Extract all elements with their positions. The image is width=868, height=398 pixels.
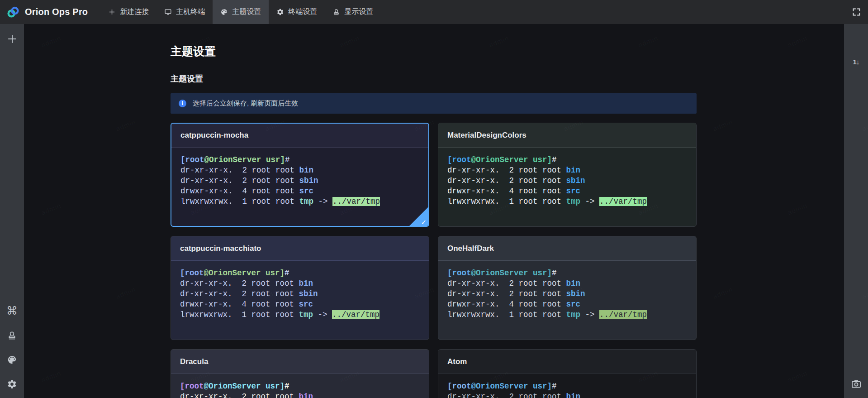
stamp-icon[interactable] [0,325,24,345]
terminal-line: dr-xr-xr-x. 2 root root bin [180,165,419,176]
code-icon[interactable] [844,27,868,48]
right-sidebar-bottom [844,374,868,398]
page-title: 主题设置 [171,44,844,58]
theme-grid: catppuccin-mocha[root@OrionServer usr]#d… [171,123,697,398]
fullscreen-icon[interactable] [852,7,861,17]
terminal-line: drwxr-xr-x. 4 root root src [180,186,419,197]
tab-label: 主机终端 [176,7,205,17]
terminal-prompt-line: [root@OrionServer usr]# [447,381,687,392]
terminal-preview: [root@OrionServer usr]#dr-xr-xr-x. 2 roo… [171,374,429,398]
tab-label: 主题设置 [232,7,261,17]
theme-card-Atom[interactable]: Atom[root@OrionServer usr]#dr-xr-xr-x. 2… [438,349,697,398]
theme-card-title: Atom [438,350,696,374]
terminal-line: dr-xr-xr-x. 2 root root bin [447,278,687,289]
tab-label: 新建连接 [120,7,149,17]
terminal-preview: [root@OrionServer usr]#dr-xr-xr-x. 2 roo… [438,374,696,398]
terminal-prompt-line: [root@OrionServer usr]# [447,268,687,278]
terminal-line: dr-xr-xr-x. 2 root root sbin [180,176,419,186]
terminal-prompt-line: [root@OrionServer usr]# [180,381,420,392]
terminal-preview: [root@OrionServer usr]#dr-xr-xr-x. 2 roo… [438,148,696,207]
terminal-prompt-line: [root@OrionServer usr]# [447,155,687,165]
terminal-line: lrwxrwxrwx. 1 root root tmp -> ../var/tm… [447,197,687,207]
topbar: Orion Ops Pro 新建连接主机终端主题设置终端设置显示设置 [0,0,868,24]
tab-theme-settings[interactable]: 主题设置 [213,0,269,24]
tab-terminal-settings[interactable]: 终端设置 [269,0,325,24]
terminal-line: lrwxrwxrwx. 1 root root tmp -> ../var/tm… [180,310,420,320]
theme-card-title: catppuccin-mocha [171,124,428,148]
terminal-prompt-line: [root@OrionServer usr]# [180,268,420,278]
tab-display-settings[interactable]: 显示设置 [325,0,381,24]
theme-card-title: OneHalfDark [438,236,696,261]
theme-card-catppuccin-mocha[interactable]: catppuccin-mocha[root@OrionServer usr]#d… [171,123,429,227]
tab-new-connection[interactable]: 新建连接 [100,0,157,24]
alert-text: 选择后会立刻保存, 刷新页面后生效 [193,99,298,108]
left-sidebar-top [0,29,24,53]
stamp-icon [332,8,340,16]
topbar-tabs: 新建连接主机终端主题设置终端设置显示设置 [100,0,381,24]
terminal-line: dr-xr-xr-x. 2 root root sbin [180,289,420,299]
left-sidebar-bottom: ⌘ [0,300,24,398]
theme-card-OneHalfDark[interactable]: OneHalfDark[root@OrionServer usr]#dr-xr-… [438,236,697,340]
terminal-line: dr-xr-xr-x. 2 root root bin [180,278,420,289]
save-hint-alert: i 选择后会立刻保存, 刷新页面后生效 [171,93,697,114]
tab-label: 显示设置 [344,7,373,17]
terminal-line: drwxr-xr-x. 4 root root src [447,299,687,310]
terminal-line: dr-xr-xr-x. 2 root root bin [447,165,687,176]
plus-icon [108,8,116,16]
gear-icon[interactable] [0,374,24,394]
terminal-line: drwxr-xr-x. 4 root root src [447,186,687,197]
terminal-line: dr-xr-xr-x. 2 root root bin [447,392,687,398]
main-content: 主题设置 主题设置 i 选择后会立刻保存, 刷新页面后生效 catppuccin… [24,24,844,398]
terminal-line: lrwxrwxrwx. 1 root root tmp -> ../var/tm… [447,310,687,320]
theme-card-catppuccin-macchiato[interactable]: catppuccin-macchiato[root@OrionServer us… [171,236,429,340]
brand: Orion Ops Pro [0,5,100,19]
command-icon[interactable]: ⌘ [0,300,24,321]
theme-card-title: MaterialDesignColors [438,123,696,148]
palette-icon [220,8,228,16]
terminal-line: drwxr-xr-x. 4 root root src [180,299,420,310]
terminal-line: lrwxrwxrwx. 1 root root tmp -> ../var/tm… [180,197,419,207]
terminal-line: dr-xr-xr-x. 2 root root sbin [447,289,687,299]
terminal-line: dr-xr-xr-x. 2 root root bin [180,392,420,398]
theme-card-title: Dracula [171,350,429,374]
app-logo-icon [6,5,20,19]
app-title: Orion Ops Pro [25,7,88,17]
theme-card-Dracula[interactable]: Dracula[root@OrionServer usr]#dr-xr-xr-x… [171,349,429,398]
right-sidebar-top: 1↓ [844,27,868,76]
terminal-line: dr-xr-xr-x. 2 root root sbin [447,176,687,186]
tab-host-terminal[interactable]: 主机终端 [157,0,213,24]
plus-icon[interactable] [0,29,24,49]
section-title: 主题设置 [171,74,844,84]
tab-label: 终端设置 [288,7,317,17]
camera-icon[interactable] [844,374,868,394]
terminal-preview: [root@OrionServer usr]#dr-xr-xr-x. 2 roo… [171,261,429,320]
textsize-icon[interactable]: 1↓ [844,51,868,72]
theme-card-MaterialDesignColors[interactable]: MaterialDesignColors[root@OrionServer us… [438,123,697,227]
right-sidebar: 1↓ [844,24,868,398]
monitor-icon [164,8,172,16]
terminal-preview: [root@OrionServer usr]#dr-xr-xr-x. 2 roo… [438,261,696,320]
gear-icon [276,8,284,16]
palette-icon[interactable] [0,349,24,370]
check-icon: ✓ [421,219,427,225]
info-icon: i [179,100,186,107]
theme-card-title: catppuccin-macchiato [171,236,429,261]
terminal-prompt-line: [root@OrionServer usr]# [180,155,419,165]
left-sidebar: ⌘ [0,24,24,398]
terminal-preview: [root@OrionServer usr]#dr-xr-xr-x. 2 roo… [171,148,428,207]
